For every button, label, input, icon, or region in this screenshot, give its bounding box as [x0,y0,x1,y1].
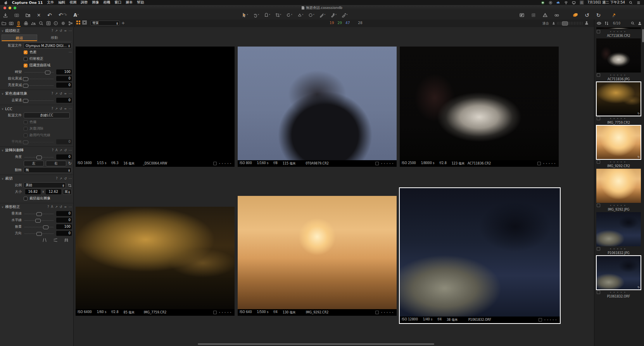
exposure-warning-toggle[interactable] [542,13,548,17]
auto-adjust-icon[interactable]: A [55,149,57,152]
menu-camera[interactable]: 相機 [103,0,110,5]
filmstrip-item-selected[interactable]: ••••• IMG_9292.CR2 [596,125,641,169]
pan-cursor-tool[interactable]: ▾ [252,13,260,17]
hide-distorted-areas-checkbox[interactable]: ✓ [24,64,28,67]
more-icon[interactable]: ⋯ [69,177,72,180]
reset-icon[interactable]: ↺ [64,177,67,180]
slider-handle[interactable] [36,156,42,159]
chromatic-aberration-checkbox[interactable]: ✓ [24,50,28,54]
keystone-vertical-slider[interactable] [24,211,54,217]
light-falloff-value[interactable]: 0 [56,83,72,88]
filmstrip-item-selected[interactable]: ••••• P1061832.ORF [596,256,641,299]
sync-status-icon[interactable] [549,0,553,5]
zoom-window-button[interactable] [14,7,16,9]
keystone-horizontal-value[interactable]: 0 [56,218,72,223]
sharpness-falloff-value[interactable]: 0 [56,76,72,81]
collection-select[interactable]: 背景 ▲▼ [90,21,120,26]
tab-adjustments[interactable] [46,20,51,27]
star-rating[interactable]: ••••• [596,117,641,120]
slider-handle[interactable] [23,140,28,144]
collapse-icon[interactable]: ∨ [2,177,3,180]
crop-ratio-select[interactable]: 原始 ▲▼ [24,182,66,188]
star-rating[interactable]: ••••• [543,162,557,165]
keystone-aspect-value[interactable]: 0 [56,231,72,236]
rotate-left-button[interactable]: ↺ [584,12,590,18]
select-cursor-tool[interactable]: ▾ [241,13,249,17]
styles-button[interactable]: A▾ [73,13,79,17]
rotate-cursor-tool[interactable]: ▾ [285,13,293,17]
tab-output[interactable] [61,20,66,27]
reset-icon[interactable]: ↺ [60,92,62,95]
pick-color-tool[interactable]: ▾ [341,13,349,17]
menu-window[interactable]: 窗口 [114,0,121,5]
grid-photo-cell[interactable]: 0T0A9879.CR2 ISO 800 1/160 s f/8 115 毫米 … [238,47,397,167]
capture-button[interactable] [14,13,20,17]
tab-exposure[interactable] [31,20,36,27]
thumb-img7759-cr2[interactable] [596,82,641,116]
star-rating[interactable]: ••••• [219,311,233,314]
filmstrip-item[interactable]: ••••• IMG_9292.JPG [596,169,641,212]
star-rating[interactable]: ••••• [596,30,641,33]
slider-handle[interactable] [23,84,28,88]
presets-icon[interactable]: ≡ [64,205,67,209]
reset-icon[interactable]: ↺ [60,107,62,111]
pick-checkbox[interactable] [213,162,217,165]
chat-status-icon[interactable] [541,0,545,5]
more-icon[interactable]: ⋯ [69,205,72,209]
diffraction-correction-checkbox[interactable] [24,57,28,61]
erase-mask-tool[interactable]: ▾ [330,13,337,17]
auto-adjust-icon[interactable]: A [51,205,53,209]
loupe-cursor-tool[interactable]: ▾ [263,13,271,17]
sort-filter-button[interactable] [604,21,609,26]
popout-icon[interactable]: ↗ [55,92,58,95]
help-icon[interactable]: ? [52,92,53,95]
collapse-icon[interactable]: ∨ [2,29,3,33]
filmstrip-item[interactable]: ••••• AC711836.JPG [596,38,641,82]
more-icon[interactable]: ⋯ [69,29,72,33]
spot-removal-tool[interactable]: ▾ [307,13,315,17]
pick-checkbox[interactable] [375,311,379,314]
crop-width-field[interactable]: 16.82 [25,189,41,194]
purple-fringing-header[interactable]: ∨ 紫色邊緣現象 ? ↗ ↺ ≡ ⋯ [2,90,72,97]
crop-height-field[interactable]: 12.62 [46,189,61,194]
slider-handle[interactable] [36,212,42,216]
tab-movement[interactable]: 移動 [37,35,72,41]
menu-help[interactable]: 幫助 [137,0,144,5]
tab-metadata[interactable] [53,20,58,27]
reset-icon[interactable]: ↺ [60,29,62,33]
uniform-light-value[interactable]: 0 [56,139,72,144]
exposure-preview-toggle[interactable] [519,13,525,17]
thumb-img9292-jpg[interactable] [596,169,641,203]
notification-center-icon[interactable] [636,0,641,5]
keystone-horizontal-tool-icon[interactable] [53,238,58,242]
lcc-uniform-light-checkbox[interactable] [24,133,28,137]
slider-handle[interactable] [35,219,41,223]
undo-icon[interactable]: ↶ [59,12,63,17]
crop-cursor-tool[interactable]: ▾ [275,13,282,17]
add-collection-button[interactable]: + [121,21,125,25]
more-icon[interactable]: ⋯ [69,92,72,95]
reset-icon[interactable]: ↺ [64,149,67,152]
grid-photo-cell-selected[interactable]: P1061832.ORF ISO 12800 1/40 s f/4 38 毫米 … [400,188,560,323]
flip-select[interactable]: 無 ▲▼ [24,167,72,173]
straighten-cursor-tool[interactable]: ▾ [297,13,304,17]
star-rating[interactable]: ••••• [596,74,641,77]
tab-batch[interactable] [68,20,73,27]
grid-overlay-toggle[interactable] [530,13,537,17]
reset-icon[interactable]: ↺ [60,205,62,209]
undo-button[interactable]: ↶ [47,12,53,18]
draw-mask-tool[interactable]: ▾ [319,13,326,17]
rotate-left-90-button[interactable]: 左 [24,161,44,166]
keystone-vertical-value[interactable]: 0 [56,211,72,216]
pick-checkbox[interactable] [537,162,541,165]
viewer-toggle[interactable] [82,20,87,25]
collapse-icon[interactable]: ∨ [2,206,3,209]
menu-edit[interactable]: 編輯 [58,0,65,5]
spotlight-search-icon[interactable] [628,0,633,5]
free-rotate-icon[interactable]: ↻ [68,161,72,166]
redo-icon[interactable]: ↷ [63,12,67,17]
distortion-slider[interactable] [24,69,54,75]
rotate-right-button[interactable]: ↻ [596,12,602,18]
tab-details[interactable] [38,20,43,27]
defringe-value[interactable]: 0 [56,98,72,103]
